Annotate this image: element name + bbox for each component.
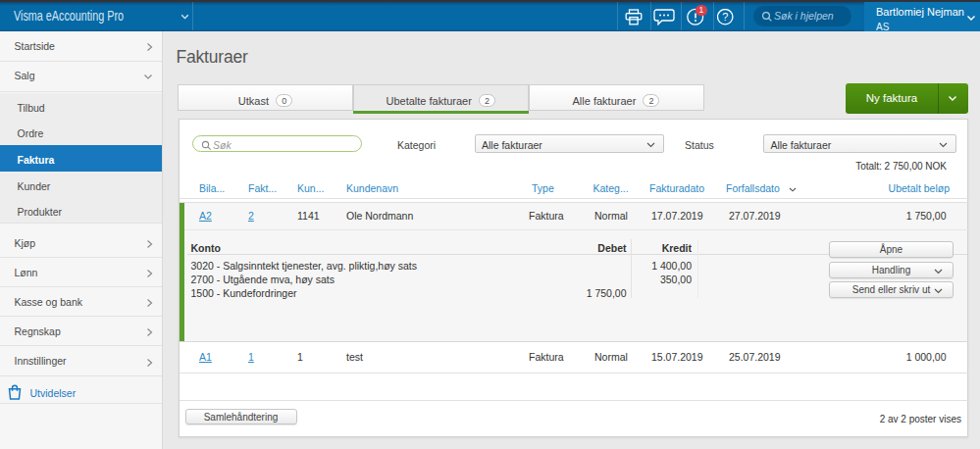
svg-text:?: ? [722, 11, 728, 23]
